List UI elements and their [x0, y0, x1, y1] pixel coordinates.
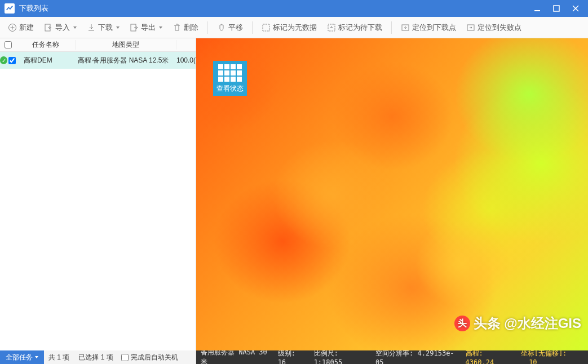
status-ok-icon: ✓ — [0, 56, 7, 64]
status-level: 16 — [278, 358, 286, 365]
column-task-name[interactable]: 任务名称 — [16, 40, 76, 50]
heatmap-layer — [196, 38, 588, 350]
auto-shutdown-label: 完成后自动关机 — [131, 353, 178, 362]
select-all-checkbox[interactable] — [5, 41, 12, 48]
locate-download-icon — [401, 23, 410, 32]
nodata-icon — [262, 23, 271, 32]
toolbar-separator — [391, 21, 392, 34]
locate-fail-icon — [466, 23, 475, 32]
watermark: 头 头条 @水经注GIS — [454, 314, 581, 332]
grid-icon — [218, 64, 242, 82]
locate-fail-button[interactable]: 定位到失败点 — [462, 20, 526, 35]
all-tasks-label: 全部任务 — [6, 353, 33, 362]
statusbar: 全部任务 共 1 项 已选择 1 项 完成后自动关机 备用服务器 NASA 30… — [0, 350, 588, 364]
mark-pending-button[interactable]: 标记为待下载 — [322, 20, 387, 35]
pan-button[interactable]: 平移 — [213, 20, 247, 35]
minimize-button[interactable] — [533, 4, 542, 13]
statusbar-left: 全部任务 共 1 项 已选择 1 项 完成后自动关机 — [0, 350, 196, 364]
auto-shutdown-checkbox[interactable] — [121, 354, 129, 361]
mark-nodata-button[interactable]: 标记为无数据 — [257, 20, 321, 35]
auto-shutdown-option[interactable]: 完成后自动关机 — [118, 353, 178, 362]
toolbar-separator — [207, 21, 208, 34]
view-status-button[interactable]: 查看状态 — [213, 61, 247, 96]
selected-count: 已选择 1 项 — [74, 353, 117, 362]
app-logo-icon — [5, 3, 15, 14]
titlebar: 下载列表 — [0, 0, 588, 17]
mark-pending-label: 标记为待下载 — [338, 23, 382, 33]
task-list-empty — [0, 69, 196, 350]
export-icon — [130, 23, 139, 32]
import-icon — [44, 23, 53, 32]
download-icon — [87, 23, 96, 32]
task-maptype: 高程·备用服务器 NASA 12.5米 — [76, 56, 176, 65]
caret-down-icon — [116, 26, 120, 29]
caret-down-icon — [73, 26, 77, 29]
main-body: 任务名称 地图类型 ✓ 高程DEM 高程·备用服务器 NASA 12.5米 10… — [0, 38, 588, 350]
plus-circle-icon — [8, 23, 17, 32]
map-viewport[interactable]: 查看状态 头 头条 @水经注GIS — [196, 38, 588, 350]
caret-down-icon — [35, 356, 38, 358]
status-elev: 4360.24 — [466, 358, 494, 365]
download-button[interactable]: 下载 — [82, 20, 124, 35]
locate-download-button[interactable]: 定位到下载点 — [396, 20, 461, 35]
task-list-header: 任务名称 地图类型 — [0, 38, 196, 52]
all-tasks-button[interactable]: 全部任务 — [0, 350, 44, 364]
statusbar-right: 备用服务器 NASA 30米 级别: 16 比例尺: 1:18055 空间分辨率… — [196, 350, 588, 364]
task-progress: 100.0( — [176, 56, 196, 64]
export-label: 导出 — [141, 23, 156, 33]
caret-down-icon — [159, 26, 162, 29]
import-label: 导入 — [55, 23, 70, 33]
download-label: 下载 — [98, 23, 113, 33]
mark-nodata-label: 标记为无数据 — [273, 23, 317, 33]
delete-label: 删除 — [184, 23, 198, 33]
new-label: 新建 — [19, 23, 34, 33]
maximize-button[interactable] — [552, 4, 561, 13]
watermark-text: @水经注GIS — [504, 314, 581, 332]
task-count: 共 1 项 — [44, 353, 74, 362]
hand-icon — [217, 23, 226, 32]
new-button[interactable]: 新建 — [3, 20, 38, 35]
toolbar-separator — [252, 21, 253, 34]
svg-rect-9 — [263, 24, 269, 31]
locate-download-label: 定位到下载点 — [412, 23, 456, 33]
export-button[interactable]: 导出 — [125, 20, 167, 35]
trash-icon — [173, 23, 182, 32]
window-title: 下载列表 — [19, 3, 533, 14]
close-button[interactable] — [571, 4, 580, 13]
toolbar: 新建 导入 下载 导出 删除 平移 标记为无数据 标记为待下载 定位到下载点 定… — [0, 17, 588, 38]
locate-fail-label: 定位到失败点 — [478, 23, 521, 33]
task-list-panel: 任务名称 地图类型 ✓ 高程DEM 高程·备用服务器 NASA 12.5米 10… — [0, 38, 196, 350]
task-row[interactable]: ✓ 高程DEM 高程·备用服务器 NASA 12.5米 100.0( — [0, 52, 196, 69]
view-status-label: 查看状态 — [215, 84, 245, 94]
task-checkbox[interactable] — [8, 57, 16, 64]
svg-rect-1 — [554, 6, 559, 11]
status-scale: 1:18055 — [314, 358, 343, 365]
watermark-logo-icon: 头 — [454, 316, 470, 331]
status-coord: 10 — [529, 358, 537, 365]
pan-label: 平移 — [228, 23, 243, 33]
watermark-prefix: 头条 — [474, 314, 501, 332]
column-maptype[interactable]: 地图类型 — [76, 40, 176, 50]
task-name: 高程DEM — [16, 56, 76, 65]
import-button[interactable]: 导入 — [39, 20, 81, 35]
pending-icon — [327, 23, 336, 32]
delete-button[interactable]: 删除 — [168, 20, 203, 35]
